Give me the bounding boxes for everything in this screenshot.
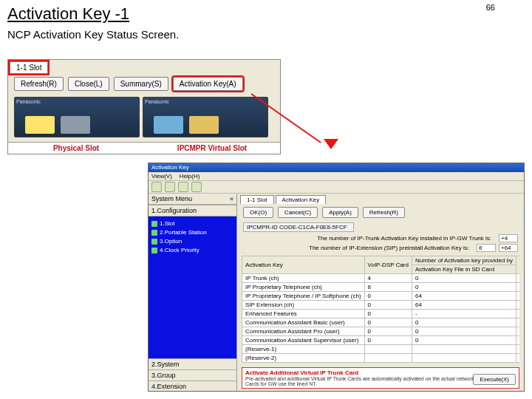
toolbar-icon[interactable] bbox=[151, 182, 162, 192]
table-row[interactable]: (Reserve-1) bbox=[242, 345, 520, 354]
cancel-button[interactable]: Cancel(C) bbox=[278, 207, 318, 218]
cell bbox=[364, 354, 412, 363]
slot-view-panel: 1-1 Slot Refresh(R) Close(L) Summary(S) … bbox=[7, 59, 281, 154]
toolbar-icon[interactable] bbox=[165, 182, 175, 192]
tree-item-slot[interactable]: 1.Slot bbox=[151, 219, 233, 228]
activation-key-table: Activation Key VoIP-DSP Card Number of A… bbox=[242, 256, 519, 363]
cell: IP Proprietary Telephone (ch) bbox=[242, 283, 365, 292]
menu-help[interactable]: Help(H) bbox=[180, 173, 200, 180]
cell: 0 bbox=[412, 283, 516, 292]
ok-button[interactable]: OK(O) bbox=[243, 207, 273, 218]
mpr-id-row: IPCMPR-ID CODE-C1CA-F0E8-5FCF bbox=[237, 221, 524, 233]
table-row[interactable]: Communication Assistant Basic (user)000 bbox=[242, 318, 520, 327]
sidebar-tree: 1.Slot 2.Portable Station 3.Option 4.Clo… bbox=[149, 216, 236, 358]
brand-label: Panasonic bbox=[145, 99, 169, 104]
cell: Enhanced Features bbox=[242, 310, 365, 318]
refresh-button[interactable]: Refresh(R) bbox=[14, 77, 64, 91]
slot-unit-icon bbox=[25, 116, 55, 134]
activation-key-button[interactable]: Activation Key(A) bbox=[173, 77, 243, 91]
slot-button-row: Refresh(R) Close(L) Summary(S) Activatio… bbox=[8, 75, 280, 94]
refresh-button[interactable]: Refresh(R) bbox=[363, 207, 405, 218]
tree-item-option[interactable]: 3.Option bbox=[151, 237, 233, 246]
slot-label-row: Physical Slot IPCMPR Virtual Slot bbox=[8, 142, 280, 154]
activation-key-window: Activation Key View(V) Help(H) System Me… bbox=[148, 163, 525, 392]
table-row[interactable]: Communication Assistant Pro (user)000 bbox=[242, 327, 520, 336]
apply-button[interactable]: Apply(A) bbox=[322, 207, 358, 218]
cell: 0 bbox=[516, 336, 519, 345]
cell: IP Trunk (ch) bbox=[242, 274, 365, 283]
cell: Communication Assistant Basic (user) bbox=[242, 318, 365, 327]
collapse-icon[interactable]: « bbox=[230, 195, 233, 202]
slot-visual-area: Panasonic Panasonic bbox=[8, 94, 280, 142]
cell: IP Proprietary Telephone / IP Softphone … bbox=[242, 292, 365, 301]
table-row[interactable]: IP Proprietary Telephone / IP Softphone … bbox=[242, 292, 520, 301]
info-label: The number of IP-Trunk Activation Key in… bbox=[243, 235, 496, 242]
sidebar-header-label: System Menu bbox=[151, 195, 192, 202]
table-row[interactable]: SIP Extension (ch)06464 bbox=[242, 301, 520, 310]
cell: 0 bbox=[412, 336, 516, 345]
cell: 64 bbox=[412, 301, 516, 310]
cell bbox=[516, 345, 519, 354]
physical-slot-label: Physical Slot bbox=[8, 143, 144, 154]
activation-key-grid: Activation Key VoIP-DSP Card Number of A… bbox=[242, 256, 519, 364]
brand-label: Panasonic bbox=[16, 99, 41, 104]
cell: 0 bbox=[364, 301, 412, 310]
cell: 0 bbox=[412, 327, 516, 336]
table-row[interactable]: Enhanced Features0-- bbox=[242, 310, 520, 318]
cell: 64 bbox=[412, 292, 516, 301]
tab-slot[interactable]: 1-1 Slot bbox=[10, 61, 48, 74]
col-activation-key: Activation Key bbox=[242, 256, 365, 274]
info-iptrunk-key-count: The number of IP-Trunk Activation Key in… bbox=[237, 233, 524, 243]
info-value: 8 bbox=[477, 244, 496, 252]
close-button[interactable]: Close(L) bbox=[68, 77, 109, 91]
cell: SIP Extension (ch) bbox=[242, 301, 365, 310]
sidebar-group-extension[interactable]: 4.Extension bbox=[149, 381, 236, 392]
cell: 0 bbox=[516, 327, 519, 336]
tab-slot[interactable]: 1-1 Slot bbox=[240, 195, 274, 204]
sidebar-group-system[interactable]: 2.System bbox=[149, 358, 236, 369]
cell: 0 bbox=[364, 336, 412, 345]
table-row[interactable]: (Reserve-2) bbox=[242, 354, 520, 363]
callout-arrow-head bbox=[324, 139, 338, 149]
cell: 0 bbox=[364, 310, 412, 318]
execute-button[interactable]: Execute(X) bbox=[473, 374, 516, 385]
content-area: 1-1 Slot Activation Key OK(O) Cancel(C) … bbox=[237, 194, 524, 392]
content-tabs: 1-1 Slot Activation Key bbox=[237, 194, 524, 204]
sidebar-group-group[interactable]: 3.Group bbox=[149, 369, 236, 381]
mpr-id-field: IPCMPR-ID CODE-C1CA-F0E8-5FCF bbox=[243, 222, 354, 232]
menu-view[interactable]: View(V) bbox=[151, 173, 172, 180]
virtual-slot-label: IPCMPR Virtual Slot bbox=[144, 143, 280, 154]
activate-virtual-trunk-box: Activate Additional Virtual IP Trunk Car… bbox=[242, 367, 519, 389]
tab-activation-key[interactable]: Activation Key bbox=[276, 195, 327, 204]
sidebar-header: System Menu « bbox=[149, 194, 236, 205]
physical-slot-card[interactable]: Panasonic bbox=[14, 97, 140, 137]
tree-item-clock-priority[interactable]: 4.Clock Priority bbox=[151, 246, 233, 255]
table-row[interactable]: Communication Assistant Supervisor (user… bbox=[242, 336, 520, 345]
toolbar-icon[interactable] bbox=[191, 182, 202, 192]
table-row[interactable]: IP Trunk (ch)404 bbox=[242, 274, 520, 283]
info-label: The number of IP-Extension (SIP) preinst… bbox=[243, 245, 474, 251]
cell: 4 bbox=[516, 274, 519, 283]
cell: - bbox=[516, 310, 519, 318]
cell: 0 bbox=[364, 327, 412, 336]
cell: Communication Assistant Supervisor (user… bbox=[242, 336, 365, 345]
sidebar-group-configuration[interactable]: 1.Configuration bbox=[149, 205, 236, 216]
window-titlebar: Activation Key bbox=[149, 163, 524, 172]
info-value: +64 bbox=[499, 244, 518, 252]
cell: 0 bbox=[364, 292, 412, 301]
tree-item-portable-station[interactable]: 2.Portable Station bbox=[151, 228, 233, 237]
table-row[interactable]: IP Proprietary Telephone (ch)808 bbox=[242, 283, 520, 292]
system-menu-sidebar: System Menu « 1.Configuration 1.Slot 2.P… bbox=[149, 194, 237, 392]
menu-bar: View(V) Help(H) bbox=[149, 172, 524, 181]
slot-unit-icon bbox=[189, 116, 219, 134]
cell: 4 bbox=[364, 274, 412, 283]
toolbar-icon[interactable] bbox=[178, 182, 188, 192]
slot-unit-icon bbox=[154, 116, 183, 134]
summary-button[interactable]: Summary(S) bbox=[114, 77, 168, 91]
cell: 64 bbox=[516, 292, 519, 301]
virtual-slot-card[interactable]: Panasonic bbox=[143, 97, 268, 137]
page-title: Activation Key -1 bbox=[0, 0, 532, 25]
cell: Communication Assistant Pro (user) bbox=[242, 327, 365, 336]
page-subtitle: NCP Activation Key Status Screen. bbox=[0, 25, 532, 48]
cell: 0 bbox=[412, 318, 516, 327]
